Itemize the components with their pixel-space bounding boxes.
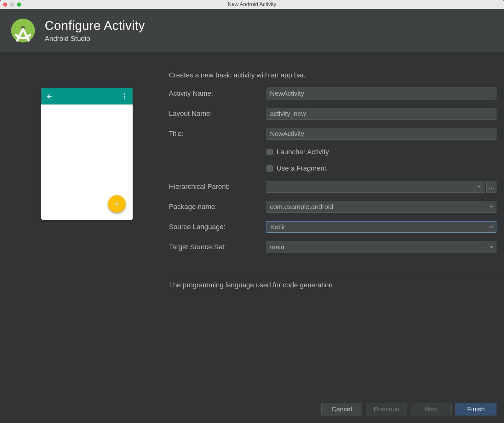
overflow-menu-icon — [121, 93, 128, 100]
back-arrow-icon — [46, 93, 53, 100]
wizard-header: Configure Activity Android Studio — [0, 9, 504, 52]
layout-name-input[interactable] — [266, 108, 496, 120]
finish-button[interactable]: Finish — [455, 403, 496, 415]
package-name-combo[interactable]: com.example.android — [266, 201, 496, 213]
window-title: New Android Activity — [0, 1, 504, 8]
source-language-value: Kotlin — [270, 223, 486, 231]
titlebar: New Android Activity — [0, 0, 504, 9]
source-language-label: Source Language: — [169, 223, 266, 231]
activity-name-label: Activity Name: — [169, 89, 266, 98]
layout-name-label: Layout Name: — [169, 110, 266, 118]
svg-point-4 — [124, 96, 125, 97]
chevron-down-icon — [486, 222, 496, 232]
title-label: Title: — [169, 130, 266, 138]
svg-point-5 — [124, 98, 125, 99]
wizard-body: Creates a new basic activity with an app… — [0, 52, 504, 395]
chevron-down-icon — [486, 241, 496, 253]
wizard-footer: Cancel Previous Next Finish — [0, 395, 504, 423]
form-description: Creates a new basic activity with an app… — [169, 71, 499, 79]
cancel-button[interactable]: Cancel — [321, 403, 362, 415]
preview-fab-icon — [108, 195, 126, 213]
package-name-value: com.example.android — [270, 203, 486, 211]
use-fragment-checkbox[interactable] — [266, 165, 273, 172]
svg-point-3 — [124, 93, 125, 95]
launcher-activity-checkbox[interactable] — [266, 149, 273, 155]
ellipsis-icon: ... — [489, 183, 494, 190]
target-source-set-combo[interactable]: main — [266, 241, 496, 253]
hierarchical-parent-combo[interactable] — [266, 181, 484, 193]
target-source-set-label: Target Source Set: — [169, 243, 266, 251]
use-fragment-label: Use a Fragment — [277, 164, 326, 172]
activity-name-input[interactable] — [266, 87, 496, 99]
next-button[interactable]: Next — [411, 403, 452, 415]
wizard-subtitle: Android Studio — [45, 35, 145, 43]
hierarchical-parent-label: Hierarchical Parent: — [169, 183, 266, 191]
android-studio-logo-icon — [9, 16, 37, 45]
title-input[interactable] — [266, 128, 496, 140]
form-column: Creates a new basic activity with an app… — [169, 65, 499, 395]
browse-parent-button[interactable]: ... — [486, 181, 496, 193]
preview-appbar — [41, 88, 133, 104]
previous-button[interactable]: Previous — [366, 403, 407, 415]
chevron-down-icon — [486, 201, 496, 212]
target-source-set-value: main — [270, 243, 486, 251]
package-name-label: Package name: — [169, 203, 266, 211]
chevron-down-icon — [474, 181, 484, 192]
activity-preview-column — [5, 65, 169, 395]
activity-preview — [41, 88, 133, 220]
hint-text: The programming language used for code g… — [169, 274, 499, 289]
launcher-activity-label: Launcher Activity — [277, 148, 329, 156]
wizard-title: Configure Activity — [45, 19, 145, 33]
source-language-combo[interactable]: Kotlin — [266, 221, 496, 233]
